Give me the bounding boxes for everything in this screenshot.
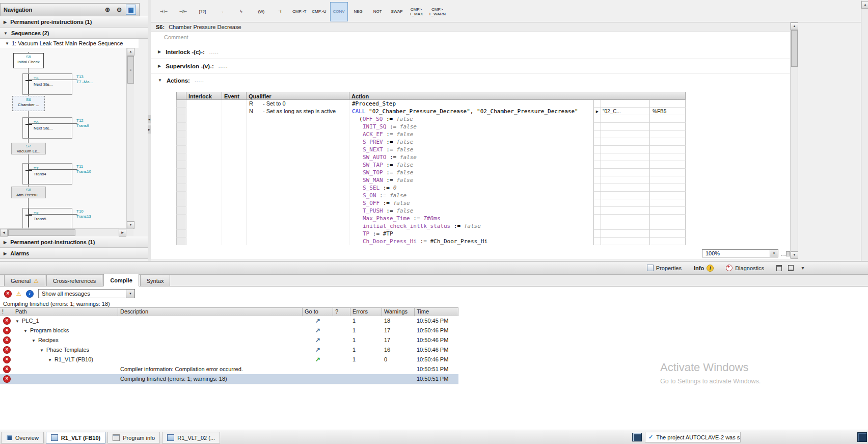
action-table-row[interactable]: T_PUSH := false xyxy=(176,207,686,215)
column-header-description[interactable]: Description xyxy=(118,308,303,316)
go-to-arrow-icon[interactable]: ↗ xyxy=(303,316,333,326)
go-to-arrow-icon[interactable]: ↗ xyxy=(303,345,333,355)
action-table-row[interactable]: S_NEXT := false xyxy=(176,146,686,153)
action-cell[interactable]: S_NEXT := false xyxy=(349,146,594,153)
tab-syntax[interactable]: Syntax xyxy=(140,275,171,286)
action-cell[interactable]: Max_Phase_Time := T#0ms xyxy=(349,215,594,222)
action-table-row[interactable]: S_SEL := 0 xyxy=(176,184,686,192)
action-table-row[interactable]: ACK_EF := false xyxy=(176,130,686,138)
compile-message-row[interactable]: ×▼R1_VLT (FB10)↗1010:50:46 PM xyxy=(0,355,458,365)
scroll-right-icon[interactable]: ▶ xyxy=(119,229,126,237)
transition-t7[interactable]: T7Trans4 xyxy=(22,163,72,185)
qualifier-cell[interactable] xyxy=(247,153,349,161)
chevron-down-icon[interactable]: ▾ xyxy=(799,265,807,271)
warnings-filter-icon[interactable]: ⚠ xyxy=(16,291,21,297)
tab-diagnostics[interactable]: Diagnostics xyxy=(720,262,770,274)
scrollbar-thumb[interactable]: ≡ xyxy=(127,56,134,84)
corner-app-icon[interactable] xyxy=(857,432,867,442)
qualifier-cell[interactable]: N- Set as long as step is active xyxy=(247,108,349,115)
section-permanent-pre-instructions[interactable]: ▶ Permanent pre-instructions (1) xyxy=(0,16,151,28)
qualifier-cell[interactable]: R- Set to 0 xyxy=(247,100,349,108)
float-window-icon[interactable] xyxy=(776,265,782,271)
qualifier-cell[interactable] xyxy=(247,230,349,238)
toolbar-button-cmp-t[interactable]: CMP>T xyxy=(290,2,308,21)
toolbar-button-contact-nc[interactable]: ⊣/⊢ xyxy=(174,2,192,21)
toolbar-button-close-branch[interactable]: ⇉ xyxy=(271,2,289,21)
qualifier-cell[interactable] xyxy=(247,222,349,230)
compile-message-row[interactable]: ×Compiling finished (errors: 1; warnings… xyxy=(0,374,458,384)
action-cell[interactable]: Ch_Door_Press_Hi := #Ch_Door_Press_Hi xyxy=(349,238,594,245)
action-table-row[interactable]: SW_TOP := false xyxy=(176,169,686,176)
chevron-down-icon[interactable]: ▼ xyxy=(770,250,778,257)
tab-general[interactable]: General⚠ xyxy=(4,275,45,286)
action-table-row[interactable]: S_ON := false xyxy=(176,192,686,199)
action-table-row[interactable]: TP := #TP xyxy=(176,230,686,238)
action-cell[interactable]: S_ON := false xyxy=(349,192,594,199)
column-header-event[interactable]: Event xyxy=(222,92,247,100)
section-supervision[interactable]: ▶ Supervision -(v)-: ..... xyxy=(151,59,797,73)
section-interlock[interactable]: ▶ Interlock -(c)-: ..... xyxy=(151,45,797,59)
transition-t6[interactable]: T6Next Ste... xyxy=(22,117,72,139)
column-header-errors[interactable]: Errors xyxy=(350,308,382,316)
action-cell[interactable]: S_OFF := false xyxy=(349,199,594,207)
collapse-panel-icon[interactable] xyxy=(788,265,794,271)
qualifier-cell[interactable] xyxy=(247,176,349,184)
action-table-row[interactable]: (OFF_SQ := false xyxy=(176,115,686,123)
chevron-down-icon[interactable]: ▼ xyxy=(126,290,134,298)
scroll-left-icon[interactable]: ◀ xyxy=(0,229,8,237)
action-table-row[interactable]: S_PREV := false xyxy=(176,138,686,146)
scroll-up-icon[interactable]: ▲ xyxy=(861,1,868,9)
step-s6[interactable]: S6Chamber ... xyxy=(12,96,45,111)
step-comment-field[interactable]: Comment xyxy=(151,32,798,43)
navigation-horizontal-scrollbar[interactable]: ◀ ▶ xyxy=(0,228,133,236)
taskbar-item-overview[interactable]: Overview xyxy=(1,432,44,443)
action-table-row[interactable]: initial_check_intlk_status := false xyxy=(176,222,686,230)
qualifier-cell[interactable] xyxy=(247,138,349,146)
action-table-row[interactable]: SW_AUTO := false xyxy=(176,153,686,161)
action-table-row[interactable]: Max_Phase_Time := T#0ms xyxy=(176,215,686,222)
action-table-row[interactable]: Ch_Door_Press_Hi := #Ch_Door_Press_Hi xyxy=(176,238,686,245)
column-header-question[interactable]: ? xyxy=(333,308,350,316)
column-header-path[interactable]: Path xyxy=(13,308,118,316)
zoom-select[interactable]: 100% ▼ xyxy=(702,249,778,257)
fit-view-icon[interactable]: ▦ xyxy=(126,5,136,15)
scrollbar-thumb[interactable] xyxy=(8,229,75,236)
action-cell[interactable]: (OFF_SQ := false xyxy=(349,115,594,123)
action-table-row[interactable]: INIT_SQ := false xyxy=(176,123,686,130)
section-alarms[interactable]: ▶ Alarms xyxy=(0,248,151,259)
tree-item-main-recipe-sequence[interactable]: ▼ 1: Vacuum Leak Test Main Recipe Sequen… xyxy=(0,39,139,48)
scrollbar-thumb[interactable] xyxy=(791,30,798,67)
step-s5[interactable]: S5Initial Check xyxy=(13,53,44,68)
go-to-arrow-icon[interactable]: ↗ xyxy=(303,355,333,364)
action-cell[interactable]: TP := #TP xyxy=(349,230,594,238)
errors-filter-icon[interactable]: × xyxy=(4,290,12,298)
taskbar-item-r1-vlt-02-[interactable]: R1_VLT_02 (... xyxy=(162,432,220,443)
toolbar-button-conv[interactable]: CONV xyxy=(330,2,348,21)
scroll-down-icon[interactable]: ▼ xyxy=(791,251,798,259)
action-table-row[interactable]: N- Set as long as step is activeCALL "02… xyxy=(176,108,686,115)
column-header-time[interactable]: Time xyxy=(415,308,458,316)
scroll-down-icon[interactable]: ▼ xyxy=(127,221,134,229)
toolbar-button-contact-no[interactable]: ⊣ ⊢ xyxy=(155,2,173,21)
action-cell[interactable]: CALL "02_Chamber_Pressure_Decrease", "02… xyxy=(349,108,594,115)
action-cell[interactable]: S_SEL := 0 xyxy=(349,184,594,192)
window-scroll-strip[interactable]: ▲ ▼ xyxy=(861,0,868,273)
qualifier-cell[interactable] xyxy=(247,130,349,138)
column-header-interlock[interactable]: Interlock xyxy=(186,92,222,100)
qualifier-cell[interactable] xyxy=(247,207,349,215)
branch-t13[interactable]: T13T7 -Ma... xyxy=(76,74,93,85)
action-cell[interactable]: S_PREV := false xyxy=(349,138,594,146)
compile-message-row[interactable]: ×▼PLC_1↗11810:50:45 PM xyxy=(0,316,458,326)
action-table-row[interactable]: SW_TAP := false xyxy=(176,161,686,169)
action-cell[interactable]: SW_AUTO := false xyxy=(349,153,594,161)
step-s8[interactable]: S8Atm Pressu... xyxy=(11,187,46,198)
step-s7[interactable]: S7Vacuum Le... xyxy=(11,143,46,154)
column-header-action[interactable]: Action xyxy=(349,92,686,100)
branch-t10[interactable]: T10Trans13 xyxy=(76,209,91,219)
action-cell[interactable]: SW_TOP := false xyxy=(349,169,594,176)
column-header-go-to[interactable]: Go to xyxy=(303,308,333,316)
toolbar-button-open-branch[interactable]: ↳ xyxy=(232,2,250,21)
qualifier-cell[interactable] xyxy=(247,215,349,222)
info-filter-icon[interactable]: i xyxy=(26,290,34,298)
systray-icon[interactable] xyxy=(632,433,642,441)
